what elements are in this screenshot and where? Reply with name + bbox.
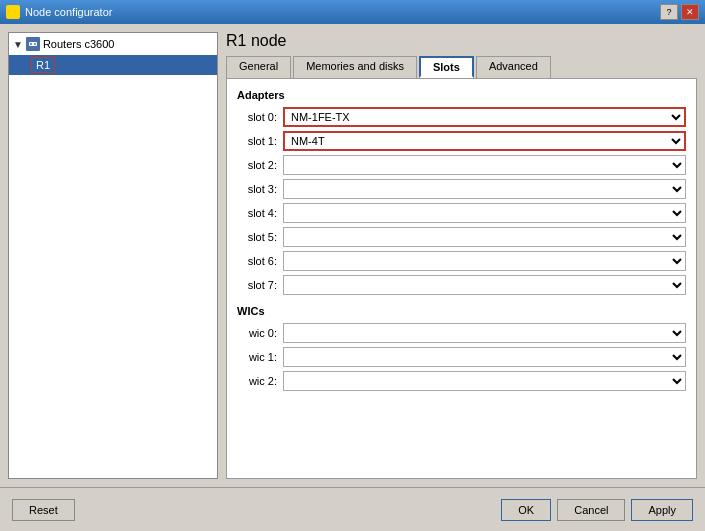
tree-item-r1[interactable]: R1 [9, 55, 217, 75]
adapter-slot-row-2: slot 2:NM-1FE-TXNM-4TNM-16ESWNM-1ENM-4EN… [237, 155, 686, 175]
adapter-slots-container: slot 0:NM-1FE-TXNM-4TNM-16ESWNM-1ENM-4EN… [237, 107, 686, 295]
tab-memories[interactable]: Memories and disks [293, 56, 417, 78]
wic-slot-label-1: wic 1: [237, 351, 277, 363]
help-button[interactable]: ? [660, 4, 678, 20]
adapters-section-title: Adapters [237, 89, 686, 101]
tree-root[interactable]: ▼ Routers c3600 [9, 33, 217, 55]
adapter-slot-row-6: slot 6:NM-1FE-TXNM-4TNM-16ESWNM-1ENM-4EN… [237, 251, 686, 271]
ok-button[interactable]: OK [501, 499, 551, 521]
adapter-slot-select-3[interactable]: NM-1FE-TXNM-4TNM-16ESWNM-1ENM-4ENM-1CE1B… [283, 179, 686, 199]
title-bar-title: Node configurator [25, 6, 112, 18]
tree-root-label: Routers c3600 [43, 38, 115, 50]
wic-slot-select-2[interactable]: WIC-1TWIC-2TWIC-1ENETWIC-2ENET [283, 371, 686, 391]
adapter-slot-select-1[interactable]: NM-1FE-TXNM-4TNM-16ESWNM-1ENM-4ENM-1CE1B… [283, 131, 686, 151]
tree-child-r1-label: R1 [31, 57, 55, 73]
tab-content-slots: Adapters slot 0:NM-1FE-TXNM-4TNM-16ESWNM… [226, 78, 697, 479]
reset-button[interactable]: Reset [12, 499, 75, 521]
wics-section: WICs wic 0:WIC-1TWIC-2TWIC-1ENETWIC-2ENE… [237, 305, 686, 391]
adapter-slot-label-7: slot 7: [237, 279, 277, 291]
title-bar: Node configurator ? ✕ [0, 0, 705, 24]
wic-slot-row-0: wic 0:WIC-1TWIC-2TWIC-1ENETWIC-2ENET [237, 323, 686, 343]
wic-slot-row-2: wic 2:WIC-1TWIC-2TWIC-1ENETWIC-2ENET [237, 371, 686, 391]
adapter-slot-label-0: slot 0: [237, 111, 277, 123]
adapter-slot-row-7: slot 7:NM-1FE-TXNM-4TNM-16ESWNM-1ENM-4EN… [237, 275, 686, 295]
main-container: ▼ Routers c3600 R1 R1 node General Memor… [0, 24, 705, 487]
adapter-slot-row-4: slot 4:NM-1FE-TXNM-4TNM-16ESWNM-1ENM-4EN… [237, 203, 686, 223]
title-bar-controls: ? ✕ [660, 4, 699, 20]
adapter-slot-label-1: slot 1: [237, 135, 277, 147]
cancel-button[interactable]: Cancel [557, 499, 625, 521]
adapter-slot-label-5: slot 5: [237, 231, 277, 243]
tab-general[interactable]: General [226, 56, 291, 78]
page-title: R1 node [226, 32, 697, 50]
adapter-slot-select-5[interactable]: NM-1FE-TXNM-4TNM-16ESWNM-1ENM-4ENM-1CE1B… [283, 227, 686, 247]
bottom-right-buttons: OK Cancel Apply [501, 499, 693, 521]
wic-slot-label-2: wic 2: [237, 375, 277, 387]
adapter-slot-row-5: slot 5:NM-1FE-TXNM-4TNM-16ESWNM-1ENM-4EN… [237, 227, 686, 247]
svg-point-2 [34, 43, 36, 45]
wic-slot-select-1[interactable]: WIC-1TWIC-2TWIC-1ENETWIC-2ENET [283, 347, 686, 367]
app-icon [6, 5, 20, 19]
adapter-slot-select-4[interactable]: NM-1FE-TXNM-4TNM-16ESWNM-1ENM-4ENM-1CE1B… [283, 203, 686, 223]
adapter-slot-label-3: slot 3: [237, 183, 277, 195]
adapter-slot-label-6: slot 6: [237, 255, 277, 267]
adapter-slot-label-2: slot 2: [237, 159, 277, 171]
wic-slot-label-0: wic 0: [237, 327, 277, 339]
apply-button[interactable]: Apply [631, 499, 693, 521]
tree-arrow-icon: ▼ [13, 39, 23, 50]
wic-slot-select-0[interactable]: WIC-1TWIC-2TWIC-1ENETWIC-2ENET [283, 323, 686, 343]
wic-slots-container: wic 0:WIC-1TWIC-2TWIC-1ENETWIC-2ENETwic … [237, 323, 686, 391]
bottom-bar: Reset OK Cancel Apply [0, 487, 705, 531]
svg-point-1 [30, 43, 32, 45]
tab-advanced[interactable]: Advanced [476, 56, 551, 78]
tab-slots[interactable]: Slots [419, 56, 474, 78]
adapter-slot-row-3: slot 3:NM-1FE-TXNM-4TNM-16ESWNM-1ENM-4EN… [237, 179, 686, 199]
wic-slot-row-1: wic 1:WIC-1TWIC-2TWIC-1ENETWIC-2ENET [237, 347, 686, 367]
adapter-slot-select-6[interactable]: NM-1FE-TXNM-4TNM-16ESWNM-1ENM-4ENM-1CE1B… [283, 251, 686, 271]
right-panel: R1 node General Memories and disks Slots… [226, 32, 697, 479]
adapter-slot-select-7[interactable]: NM-1FE-TXNM-4TNM-16ESWNM-1ENM-4ENM-1CE1B… [283, 275, 686, 295]
tab-bar: General Memories and disks Slots Advance… [226, 56, 697, 78]
adapter-slot-row-1: slot 1:NM-1FE-TXNM-4TNM-16ESWNM-1ENM-4EN… [237, 131, 686, 151]
adapter-slot-select-2[interactable]: NM-1FE-TXNM-4TNM-16ESWNM-1ENM-4ENM-1CE1B… [283, 155, 686, 175]
wics-section-title: WICs [237, 305, 686, 317]
router-icon [26, 37, 40, 51]
left-panel: ▼ Routers c3600 R1 [8, 32, 218, 479]
adapter-slot-row-0: slot 0:NM-1FE-TXNM-4TNM-16ESWNM-1ENM-4EN… [237, 107, 686, 127]
adapter-slot-select-0[interactable]: NM-1FE-TXNM-4TNM-16ESWNM-1ENM-4ENM-1CE1B… [283, 107, 686, 127]
adapter-slot-label-4: slot 4: [237, 207, 277, 219]
close-button[interactable]: ✕ [681, 4, 699, 20]
